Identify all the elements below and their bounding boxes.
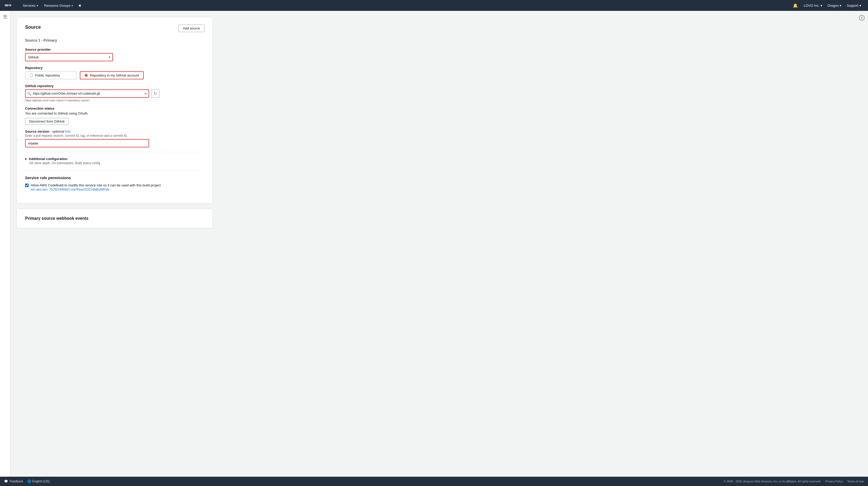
github-repo-input-wrapper: 🔍 ✕ bbox=[25, 89, 149, 98]
refresh-button[interactable]: ↻ bbox=[151, 89, 159, 98]
nav-support[interactable]: Support ▾ bbox=[844, 4, 864, 7]
nav-account[interactable]: LOVO Inc. ▾ bbox=[801, 4, 825, 7]
refresh-icon: ↻ bbox=[154, 91, 157, 96]
source-provider-group: Source provider GitHub AWS CodeCommit Bi… bbox=[25, 48, 204, 61]
account-repo-radio[interactable] bbox=[85, 74, 88, 77]
source-version-label: Source version - optional Info bbox=[25, 130, 204, 134]
footer-left: 💬 Feedback 🌐 English (US) bbox=[4, 480, 50, 483]
additional-config-subtitle: Git clone depth, Git submodules, Build s… bbox=[29, 161, 204, 165]
additional-config-section: ▶ Additional configuration Git clone dep… bbox=[25, 152, 204, 165]
sidebar-toggle: ☰ bbox=[0, 11, 10, 477]
divider bbox=[25, 170, 204, 170]
service-role-checkbox[interactable] bbox=[25, 183, 29, 187]
account-caret-icon: ▾ bbox=[820, 4, 822, 7]
connection-status-text: You are connected to GitHub using OAuth. bbox=[25, 111, 204, 115]
webhook-title: Primary source webhook events bbox=[25, 216, 204, 221]
service-role-checkbox-label: Allow AWS CodeBuild to modify this servi… bbox=[31, 183, 161, 187]
connection-status-label: Connection status bbox=[25, 107, 204, 110]
layout: ☰ Source Add source Source 1 - Primary S… bbox=[0, 11, 868, 477]
favorites-icon[interactable]: ★ bbox=[76, 3, 84, 8]
source-version-input[interactable] bbox=[25, 139, 149, 147]
resource-groups-caret-icon: ▾ bbox=[71, 4, 73, 7]
nav-region[interactable]: Oregon ▾ bbox=[825, 4, 844, 7]
account-repo-label: Repository in my GitHub account bbox=[90, 74, 139, 77]
aws-logo[interactable] bbox=[4, 2, 14, 8]
footer-right: © 2008 - 2020, Amazon Web Services, Inc.… bbox=[724, 480, 864, 483]
globe-icon: 🌐 bbox=[27, 480, 31, 483]
github-repo-label: GitHub repository bbox=[25, 84, 204, 88]
right-info-icon[interactable]: ℹ bbox=[859, 15, 865, 21]
clear-icon[interactable]: ✕ bbox=[144, 92, 147, 96]
source-provider-select[interactable]: GitHub AWS CodeCommit Bitbucket GitHub E… bbox=[25, 53, 113, 61]
notification-bell-icon[interactable]: 🔔 bbox=[790, 3, 801, 8]
footer-feedback[interactable]: 💬 Feedback bbox=[4, 480, 23, 483]
github-input-wrapper: 🔍 ✕ ↻ bbox=[25, 89, 204, 98]
public-repo-label: Public repository bbox=[35, 74, 60, 77]
additional-config-toggle[interactable]: ▶ Additional configuration bbox=[25, 157, 204, 161]
card-header: Source Add source bbox=[25, 25, 204, 32]
disconnect-button[interactable]: Disconnect from GitHub bbox=[25, 118, 68, 125]
source-version-info-link[interactable]: Info bbox=[65, 130, 71, 134]
source-card: Source Add source Source 1 - Primary Sou… bbox=[17, 17, 213, 203]
repository-radio-group: Public repository Repository in my GitHu… bbox=[25, 72, 204, 79]
triangle-right-icon: ▶ bbox=[25, 158, 27, 160]
service-role-group: Service role permissions Allow AWS CodeB… bbox=[25, 175, 204, 191]
footer: 💬 Feedback 🌐 English (US) © 2008 - 2020,… bbox=[0, 477, 868, 486]
services-caret-icon: ▾ bbox=[37, 4, 38, 7]
github-repo-group: GitHub repository 🔍 ✕ ↻ https://github.c… bbox=[25, 84, 204, 102]
search-icon: 🔍 bbox=[27, 92, 31, 96]
github-repo-hint: https://github.com/<user-name>/<reposito… bbox=[25, 99, 204, 102]
source-version-group: Source version - optional Info Enter a p… bbox=[25, 130, 204, 147]
main-content: Source Add source Source 1 - Primary Sou… bbox=[10, 11, 856, 477]
service-role-checkbox-content: Allow AWS CodeBuild to modify this servi… bbox=[31, 183, 161, 191]
nav-right: 🔔 LOVO Inc. ▾ Oregon ▾ Support ▾ bbox=[790, 3, 864, 8]
github-repo-input[interactable] bbox=[25, 89, 149, 98]
public-repo-radio[interactable] bbox=[30, 74, 33, 77]
right-icon-col: ℹ bbox=[856, 11, 868, 477]
repository-group: Repository Public repository Repository … bbox=[25, 66, 204, 79]
webhook-card: Primary source webhook events bbox=[17, 209, 213, 228]
service-role-checkbox-group: Allow AWS CodeBuild to modify this servi… bbox=[25, 183, 204, 191]
public-repo-option[interactable]: Public repository bbox=[25, 72, 77, 79]
add-source-button[interactable]: Add source bbox=[179, 25, 204, 32]
region-caret-icon: ▾ bbox=[840, 4, 841, 7]
privacy-policy-link[interactable]: Privacy Policy bbox=[826, 480, 843, 483]
service-role-title: Service role permissions bbox=[25, 175, 204, 180]
source-provider-select-wrapper: GitHub AWS CodeCommit Bitbucket GitHub E… bbox=[25, 53, 113, 61]
connection-status-group: Connection status You are connected to G… bbox=[25, 107, 204, 125]
nav-services[interactable]: Services ▾ bbox=[20, 0, 41, 11]
terms-of-use-link[interactable]: Terms of Use bbox=[847, 480, 864, 483]
account-repo-option[interactable]: Repository in my GitHub account bbox=[80, 72, 144, 79]
source-version-hint: Enter a pull request, branch, commit ID,… bbox=[25, 134, 204, 138]
footer-copyright: © 2008 - 2020, Amazon Web Services, Inc.… bbox=[724, 480, 821, 483]
card-title: Source bbox=[25, 25, 41, 30]
footer-language[interactable]: 🌐 English (US) bbox=[27, 480, 50, 483]
source-provider-label: Source provider bbox=[25, 48, 204, 52]
hamburger-menu-icon[interactable]: ☰ bbox=[3, 14, 7, 20]
nav-resource-groups[interactable]: Resource Groups ▾ bbox=[41, 0, 76, 11]
feedback-bubble-icon: 💬 bbox=[4, 480, 8, 483]
service-role-arn-link[interactable]: arn:aws:iam::752601946661:role/ReactS3Co… bbox=[31, 188, 161, 191]
repository-label: Repository bbox=[25, 66, 204, 70]
source-section-title: Source 1 - Primary bbox=[25, 38, 204, 42]
support-caret-icon: ▾ bbox=[860, 4, 861, 7]
top-nav: Services ▾ Resource Groups ▾ ★ 🔔 LOVO In… bbox=[0, 0, 868, 11]
